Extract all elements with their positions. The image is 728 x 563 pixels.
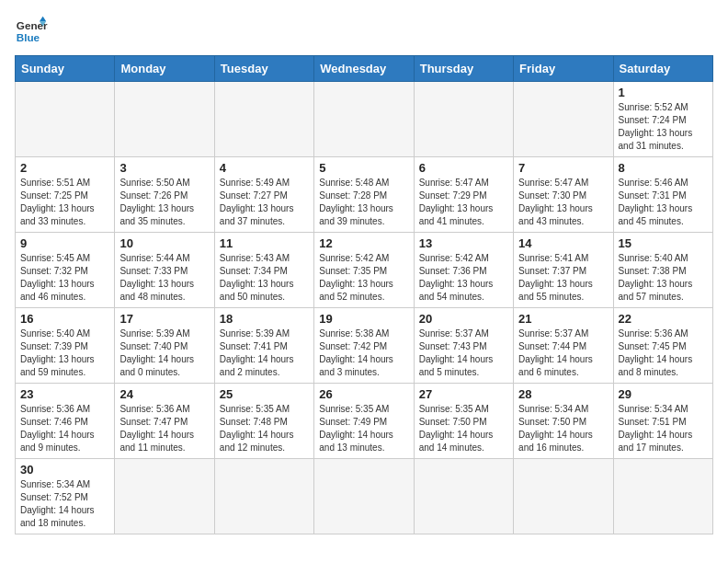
day-number: 29 bbox=[619, 387, 708, 401]
calendar-cell: 5Sunrise: 5:48 AM Sunset: 7:28 PM Daylig… bbox=[314, 157, 414, 233]
calendar-cell: 3Sunrise: 5:50 AM Sunset: 7:26 PM Daylig… bbox=[115, 157, 214, 233]
calendar-cell bbox=[16, 82, 115, 157]
calendar-cell: 28Sunrise: 5:34 AM Sunset: 7:50 PM Dayli… bbox=[514, 384, 613, 459]
day-number: 22 bbox=[619, 312, 708, 326]
calendar-cell: 17Sunrise: 5:39 AM Sunset: 7:40 PM Dayli… bbox=[115, 308, 214, 384]
day-info: Sunrise: 5:40 AM Sunset: 7:38 PM Dayligh… bbox=[619, 252, 708, 304]
day-number: 23 bbox=[20, 387, 109, 401]
day-number: 28 bbox=[518, 387, 608, 401]
svg-text:Blue: Blue bbox=[17, 31, 40, 43]
day-info: Sunrise: 5:39 AM Sunset: 7:41 PM Dayligh… bbox=[220, 327, 309, 379]
day-number: 20 bbox=[419, 312, 508, 326]
day-number: 27 bbox=[419, 387, 508, 401]
calendar-cell: 14Sunrise: 5:41 AM Sunset: 7:37 PM Dayli… bbox=[514, 233, 613, 308]
day-number: 10 bbox=[119, 236, 209, 250]
day-number: 1 bbox=[619, 86, 708, 99]
day-info: Sunrise: 5:45 AM Sunset: 7:32 PM Dayligh… bbox=[20, 252, 109, 304]
calendar-cell: 27Sunrise: 5:35 AM Sunset: 7:50 PM Dayli… bbox=[414, 384, 513, 459]
calendar-cell: 25Sunrise: 5:35 AM Sunset: 7:48 PM Dayli… bbox=[214, 384, 313, 459]
day-number: 16 bbox=[20, 312, 109, 326]
calendar-cell bbox=[414, 459, 513, 534]
logo-icon: General Blue bbox=[15, 15, 48, 48]
calendar-cell: 29Sunrise: 5:34 AM Sunset: 7:51 PM Dayli… bbox=[613, 384, 712, 459]
day-info: Sunrise: 5:38 AM Sunset: 7:42 PM Dayligh… bbox=[319, 327, 408, 379]
day-number: 13 bbox=[419, 236, 508, 250]
weekday-header-saturday: Saturday bbox=[613, 56, 712, 82]
day-number: 11 bbox=[220, 236, 309, 250]
calendar-cell: 19Sunrise: 5:38 AM Sunset: 7:42 PM Dayli… bbox=[314, 308, 414, 384]
calendar-cell: 18Sunrise: 5:39 AM Sunset: 7:41 PM Dayli… bbox=[214, 308, 313, 384]
calendar-cell: 11Sunrise: 5:43 AM Sunset: 7:34 PM Dayli… bbox=[214, 233, 313, 308]
day-info: Sunrise: 5:48 AM Sunset: 7:28 PM Dayligh… bbox=[319, 177, 408, 228]
day-info: Sunrise: 5:36 AM Sunset: 7:46 PM Dayligh… bbox=[20, 403, 109, 454]
day-number: 26 bbox=[319, 387, 408, 401]
day-number: 4 bbox=[220, 161, 309, 175]
day-number: 9 bbox=[20, 236, 109, 250]
day-info: Sunrise: 5:39 AM Sunset: 7:40 PM Dayligh… bbox=[119, 327, 209, 379]
day-number: 6 bbox=[419, 161, 508, 175]
day-number: 5 bbox=[319, 161, 408, 175]
calendar-cell bbox=[214, 459, 313, 534]
calendar-cell: 1Sunrise: 5:52 AM Sunset: 7:24 PM Daylig… bbox=[613, 82, 712, 157]
calendar-cell bbox=[115, 82, 214, 157]
day-number: 18 bbox=[220, 312, 309, 326]
day-info: Sunrise: 5:52 AM Sunset: 7:24 PM Dayligh… bbox=[619, 101, 708, 153]
logo: General Blue bbox=[15, 15, 48, 48]
calendar-cell: 24Sunrise: 5:36 AM Sunset: 7:47 PM Dayli… bbox=[115, 384, 214, 459]
calendar-cell bbox=[613, 459, 712, 534]
calendar-cell: 2Sunrise: 5:51 AM Sunset: 7:25 PM Daylig… bbox=[16, 157, 115, 233]
day-info: Sunrise: 5:50 AM Sunset: 7:26 PM Dayligh… bbox=[119, 177, 209, 228]
day-info: Sunrise: 5:43 AM Sunset: 7:34 PM Dayligh… bbox=[220, 252, 309, 304]
calendar-cell: 26Sunrise: 5:35 AM Sunset: 7:49 PM Dayli… bbox=[314, 384, 414, 459]
day-number: 8 bbox=[619, 161, 708, 175]
weekday-header-thursday: Thursday bbox=[414, 56, 513, 82]
day-info: Sunrise: 5:36 AM Sunset: 7:45 PM Dayligh… bbox=[619, 327, 708, 379]
calendar-cell bbox=[414, 82, 513, 157]
day-info: Sunrise: 5:51 AM Sunset: 7:25 PM Dayligh… bbox=[20, 177, 109, 228]
day-info: Sunrise: 5:37 AM Sunset: 7:44 PM Dayligh… bbox=[518, 327, 608, 379]
calendar-cell: 12Sunrise: 5:42 AM Sunset: 7:35 PM Dayli… bbox=[314, 233, 414, 308]
calendar-cell bbox=[314, 459, 414, 534]
page-header: General Blue bbox=[15, 15, 713, 48]
day-number: 14 bbox=[518, 236, 608, 250]
day-number: 3 bbox=[119, 161, 209, 175]
calendar-cell bbox=[314, 82, 414, 157]
day-info: Sunrise: 5:47 AM Sunset: 7:29 PM Dayligh… bbox=[419, 177, 508, 228]
day-info: Sunrise: 5:34 AM Sunset: 7:51 PM Dayligh… bbox=[619, 403, 708, 454]
day-info: Sunrise: 5:42 AM Sunset: 7:35 PM Dayligh… bbox=[319, 252, 408, 304]
calendar-cell: 22Sunrise: 5:36 AM Sunset: 7:45 PM Dayli… bbox=[613, 308, 712, 384]
calendar-table: SundayMondayTuesdayWednesdayThursdayFrid… bbox=[15, 55, 713, 534]
day-info: Sunrise: 5:47 AM Sunset: 7:30 PM Dayligh… bbox=[518, 177, 608, 228]
weekday-header-wednesday: Wednesday bbox=[314, 56, 414, 82]
day-info: Sunrise: 5:42 AM Sunset: 7:36 PM Dayligh… bbox=[419, 252, 508, 304]
calendar-cell bbox=[514, 459, 613, 534]
weekday-header-tuesday: Tuesday bbox=[214, 56, 313, 82]
day-number: 19 bbox=[319, 312, 408, 326]
day-info: Sunrise: 5:35 AM Sunset: 7:48 PM Dayligh… bbox=[220, 403, 309, 454]
day-number: 15 bbox=[619, 236, 708, 250]
calendar-cell: 9Sunrise: 5:45 AM Sunset: 7:32 PM Daylig… bbox=[16, 233, 115, 308]
calendar-cell: 10Sunrise: 5:44 AM Sunset: 7:33 PM Dayli… bbox=[115, 233, 214, 308]
day-number: 21 bbox=[518, 312, 608, 326]
weekday-header-friday: Friday bbox=[514, 56, 613, 82]
calendar-cell bbox=[514, 82, 613, 157]
day-info: Sunrise: 5:35 AM Sunset: 7:49 PM Dayligh… bbox=[319, 403, 408, 454]
day-info: Sunrise: 5:41 AM Sunset: 7:37 PM Dayligh… bbox=[518, 252, 608, 304]
day-info: Sunrise: 5:49 AM Sunset: 7:27 PM Dayligh… bbox=[220, 177, 309, 228]
day-number: 25 bbox=[220, 387, 309, 401]
calendar-cell: 13Sunrise: 5:42 AM Sunset: 7:36 PM Dayli… bbox=[414, 233, 513, 308]
day-number: 17 bbox=[119, 312, 209, 326]
calendar-cell bbox=[214, 82, 313, 157]
day-info: Sunrise: 5:36 AM Sunset: 7:47 PM Dayligh… bbox=[119, 403, 209, 454]
calendar-cell: 15Sunrise: 5:40 AM Sunset: 7:38 PM Dayli… bbox=[613, 233, 712, 308]
calendar-cell: 8Sunrise: 5:46 AM Sunset: 7:31 PM Daylig… bbox=[613, 157, 712, 233]
day-info: Sunrise: 5:46 AM Sunset: 7:31 PM Dayligh… bbox=[619, 177, 708, 228]
calendar-cell: 21Sunrise: 5:37 AM Sunset: 7:44 PM Dayli… bbox=[514, 308, 613, 384]
day-info: Sunrise: 5:34 AM Sunset: 7:52 PM Dayligh… bbox=[20, 478, 109, 530]
weekday-header-monday: Monday bbox=[115, 56, 214, 82]
calendar-cell: 30Sunrise: 5:34 AM Sunset: 7:52 PM Dayli… bbox=[16, 459, 115, 534]
day-info: Sunrise: 5:34 AM Sunset: 7:50 PM Dayligh… bbox=[518, 403, 608, 454]
day-info: Sunrise: 5:37 AM Sunset: 7:43 PM Dayligh… bbox=[419, 327, 508, 379]
weekday-header-sunday: Sunday bbox=[16, 56, 115, 82]
day-number: 24 bbox=[119, 387, 209, 401]
